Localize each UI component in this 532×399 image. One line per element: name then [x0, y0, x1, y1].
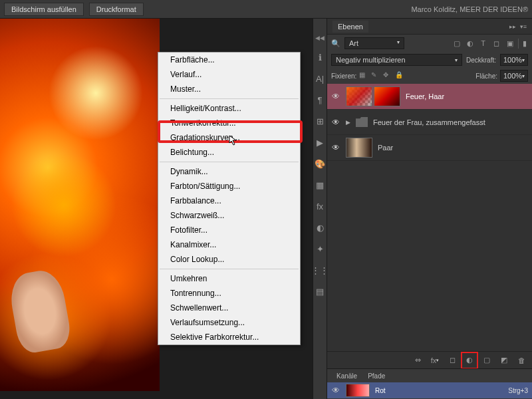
menu-item[interactable]: Verlaufsumsetzung...	[158, 315, 300, 330]
layer-thumb	[346, 86, 372, 106]
blend-mode-row: Negativ multiplizieren▾ Deckkraft: 100%▾	[327, 52, 532, 68]
menu-item[interactable]: Kanalmixer...	[158, 237, 300, 252]
lock-transparency-icon[interactable]: ▦	[359, 71, 368, 80]
clone-source-icon[interactable]: ⊞	[315, 116, 325, 126]
menu-item[interactable]: Selektive Farbkorrektur...	[158, 330, 300, 344]
menu-item[interactable]: Schwarzweiß...	[158, 208, 300, 223]
opacity-label: Deckkraft:	[466, 57, 496, 64]
layers-list: 👁Feuer, Haar👁▶Feuer der Frau, zusammenge…	[327, 84, 532, 351]
layer-thumb	[346, 138, 372, 158]
disclosure-icon[interactable]: ▶	[346, 119, 350, 126]
paths-tab[interactable]: Pfade	[362, 371, 390, 381]
channel-thumb	[346, 384, 370, 397]
blend-mode-dropdown[interactable]: Negativ multiplizieren▾	[331, 54, 462, 66]
lock-position-icon[interactable]: ✥	[383, 71, 392, 80]
swatches-icon[interactable]: ▦	[315, 180, 325, 190]
character-icon[interactable]: A|	[315, 73, 325, 84]
visibility-icon[interactable]: 👁	[331, 143, 340, 152]
menu-item[interactable]: Belichtung...	[158, 145, 300, 160]
paragraph-icon[interactable]: ¶	[315, 94, 325, 105]
top-toolbar: Bildschirm ausfüllen Druckformat Marco K…	[0, 0, 532, 19]
layer-name: Feuer der Frau, zusammengefasst	[373, 118, 485, 126]
lock-row: Fixieren: ▦ ✎ ✥ 🔒 Fläche: 100%▾	[327, 68, 532, 84]
lock-label: Fixieren:	[331, 72, 356, 80]
adjustment-context-menu[interactable]: Farbfläche...Verlauf...Muster...Helligke…	[158, 52, 301, 345]
navigator-icon[interactable]: ▶	[315, 137, 325, 148]
menu-item[interactable]: Farbton/Sättigung...	[158, 179, 300, 194]
lock-pixels-icon[interactable]: ✎	[371, 71, 380, 80]
mask-thumb	[374, 86, 400, 106]
fill-input[interactable]: 100%▾	[500, 70, 528, 82]
filter-type-icon[interactable]: T	[478, 39, 488, 49]
filter-toggle-icon[interactable]: ▮	[518, 39, 528, 49]
menu-item[interactable]: Tonwertkorrektur...	[158, 116, 300, 130]
print-format-button[interactable]: Druckformat	[89, 3, 144, 16]
panel-menu-icon[interactable]: ▾≡	[520, 23, 527, 30]
folder-icon	[356, 117, 368, 127]
filter-adjustment-icon[interactable]: ◐	[465, 39, 475, 49]
layers-tab[interactable]: Ebenen	[332, 21, 368, 33]
menu-item[interactable]: Farbbalance...	[158, 194, 300, 208]
delete-layer-icon[interactable]: 🗑	[516, 355, 527, 366]
fill-label: Fläche:	[475, 72, 497, 80]
menu-item[interactable]: Farbfläche...	[158, 53, 300, 67]
color-icon[interactable]: 🎨	[315, 158, 325, 169]
layer-fx-icon[interactable]: fx▾	[430, 355, 440, 366]
info-icon[interactable]: ℹ	[315, 52, 325, 63]
layer-filter-dropdown[interactable]: Art▾	[344, 37, 404, 49]
add-mask-icon[interactable]: ◻	[447, 355, 458, 366]
artwork-preview	[0, 19, 160, 391]
visibility-icon[interactable]: 👁	[331, 92, 340, 101]
channel-shortcut: Strg+3	[508, 387, 528, 394]
channels-tab[interactable]: Kanäle	[331, 371, 362, 381]
new-group-icon[interactable]: ▢	[481, 355, 492, 366]
lock-all-icon[interactable]: 🔒	[395, 71, 404, 80]
author-credit: Marco Kolditz, MEER DER IDEEN®	[411, 5, 528, 13]
adjustments-icon[interactable]: ◐	[315, 222, 325, 233]
fill-screen-button[interactable]: Bildschirm ausfüllen	[4, 3, 84, 16]
new-layer-icon[interactable]: ◩	[499, 355, 509, 366]
layer-row[interactable]: 👁Paar	[327, 135, 532, 161]
menu-item[interactable]: Verlauf...	[158, 67, 300, 82]
channels-panel: Kanäle Pfade 👁 Rot Strg+3	[327, 368, 532, 399]
menu-item[interactable]: Umkehren	[158, 271, 300, 286]
filter-smart-icon[interactable]: ▣	[505, 39, 515, 49]
opacity-input[interactable]: 100%▾	[500, 54, 528, 66]
menu-item[interactable]: Dynamik...	[158, 164, 300, 179]
channel-visibility-icon[interactable]: 👁	[331, 386, 340, 395]
new-adjustment-layer-icon[interactable]: ◐	[464, 355, 475, 366]
menu-item[interactable]: Fotofilter...	[158, 223, 300, 237]
menu-item[interactable]: Tontrennung...	[158, 286, 300, 301]
collapsed-panels-strip: ◀◀ ℹ A| ¶ ⊞ ▶ 🎨 ▦ fx ◐ ✦ ⋮⋮ ▤	[313, 19, 327, 399]
layer-name: Feuer, Haar	[406, 92, 444, 100]
layer-filter-row: 🔍 Art▾ ▢ ◐ T ◻ ▣ ▮	[327, 35, 532, 52]
visibility-icon[interactable]: 👁	[331, 118, 340, 127]
layers-panel-header: Ebenen ▸▸ ▾≡	[327, 19, 532, 35]
layer-row[interactable]: 👁Feuer, Haar	[327, 84, 532, 110]
brushes-icon[interactable]: ✦	[315, 243, 325, 254]
channel-row-red[interactable]: 👁 Rot Strg+3	[327, 382, 532, 398]
right-panel-group: Ebenen ▸▸ ▾≡ 🔍 Art▾ ▢ ◐ T ◻ ▣ ▮ Negativ …	[327, 19, 532, 399]
menu-item[interactable]: Muster...	[158, 82, 300, 96]
cursor-icon	[229, 135, 239, 146]
layer-name: Paar	[378, 144, 393, 152]
styles-icon[interactable]: fx	[315, 201, 325, 211]
layer-row[interactable]: 👁▶Feuer der Frau, zusammengefasst	[327, 110, 532, 135]
brush-presets-icon[interactable]: ⋮⋮	[315, 265, 325, 275]
filter-pixel-icon[interactable]: ▢	[452, 39, 462, 49]
panel-collapse-icon[interactable]: ▸▸	[509, 23, 516, 30]
tool-presets-icon[interactable]: ▤	[315, 286, 325, 297]
menu-item[interactable]: Helligkeit/Kontrast...	[158, 101, 300, 116]
document-canvas[interactable]: Farbfläche...Verlauf...Muster...Helligke…	[0, 19, 313, 399]
search-icon: 🔍	[331, 39, 340, 48]
link-layers-icon[interactable]: ⇔	[412, 355, 423, 366]
collapse-icon[interactable]: ◀◀	[315, 35, 325, 41]
menu-item[interactable]: Schwellenwert...	[158, 301, 300, 315]
filter-shape-icon[interactable]: ◻	[491, 39, 501, 49]
channel-name: Rot	[375, 387, 386, 394]
layers-footer: ⇔ fx▾ ◻ ◐ ▢ ◩ 🗑	[327, 351, 532, 368]
menu-item[interactable]: Color Lookup...	[158, 252, 300, 267]
